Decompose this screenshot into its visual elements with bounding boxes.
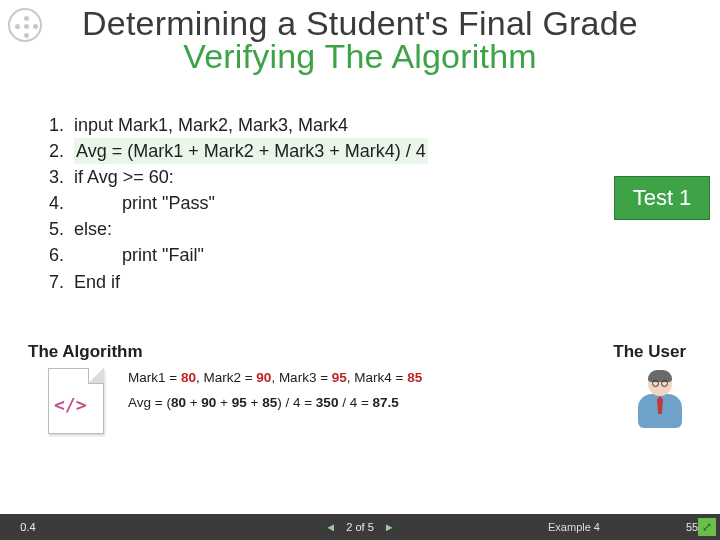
footer-bar: 0.4 ◄ 2 of 5 ► Example 4 55	[0, 514, 720, 540]
expand-button[interactable]: ⤢	[698, 518, 716, 536]
algo-step: 7.End if	[40, 269, 428, 295]
algo-step: 2.Avg = (Mark1 + Mark2 + Mark3 + Mark4) …	[40, 138, 428, 164]
user-avatar-icon	[634, 370, 686, 438]
algo-step: 3.if Avg >= 60:	[40, 164, 428, 190]
label-the-user: The User	[613, 342, 686, 362]
title-area: Determining a Student's Final Grade Veri…	[0, 0, 720, 76]
test-badge: Test 1	[614, 176, 710, 220]
calc-avg: Avg = (80 + 90 + 95 + 85) / 4 = 350 / 4 …	[128, 395, 422, 410]
calc-inputs: Mark1 = 80, Mark2 = 90, Mark3 = 95, Mark…	[128, 370, 422, 385]
pager-text: 2 of 5	[346, 521, 374, 533]
label-the-algorithm: The Algorithm	[28, 342, 143, 362]
footer-version: 0.4	[0, 521, 56, 533]
algo-step: 6.print "Fail"	[40, 242, 428, 268]
algorithm-list: 1.input Mark1, Mark2, Mark3, Mark4 2.Avg…	[40, 112, 428, 295]
decorative-dots-icon	[8, 8, 42, 42]
algo-step: 1.input Mark1, Mark2, Mark3, Mark4	[40, 112, 428, 138]
next-button[interactable]: ►	[384, 521, 395, 533]
code-document-icon: </>	[48, 368, 104, 434]
algo-step: 4.print "Pass"	[40, 190, 428, 216]
calculation-text: Mark1 = 80, Mark2 = 90, Mark3 = 95, Mark…	[128, 370, 422, 420]
expand-icon: ⤢	[702, 520, 712, 534]
slide: Determining a Student's Final Grade Veri…	[0, 0, 720, 540]
prev-button[interactable]: ◄	[325, 521, 336, 533]
algo-step: 5.else:	[40, 216, 428, 242]
footer-example-label: Example 4	[548, 521, 600, 533]
